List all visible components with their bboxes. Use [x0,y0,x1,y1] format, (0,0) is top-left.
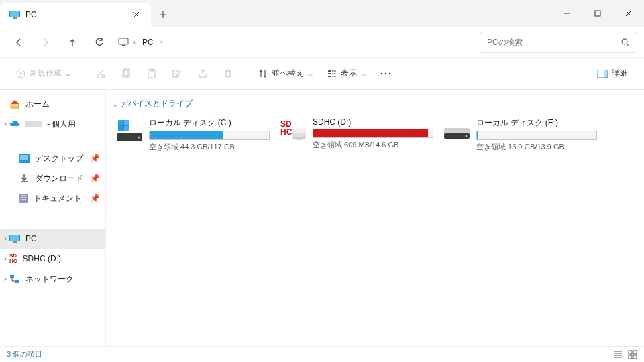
svg-rect-5 [122,45,125,46]
status-text: 3 個の項目 [7,349,42,359]
sidebar-network-label: ネットワーク [25,274,74,285]
svg-rect-25 [19,194,28,203]
svg-rect-4 [119,38,128,44]
svg-rect-49 [633,355,637,359]
sidebar-item-sdhc[interactable]: › SDHC SDHC (D:) [0,249,105,269]
svg-point-42 [292,128,306,133]
new-icon [16,69,25,78]
details-pane-icon [597,70,608,78]
drive-usage-bar [149,131,270,140]
sidebar-item-documents[interactable]: ドキュメント 📌 [0,188,105,208]
drive-usage-bar [313,129,433,138]
separator [83,66,83,81]
pc-icon [9,11,20,19]
forward-button[interactable] [34,30,58,54]
view-label: 表示 [341,68,357,79]
window-controls [551,0,644,27]
paste-icon [146,68,157,79]
sdhc-drive-icon: SDHC [279,117,307,145]
maximize-button[interactable] [582,0,613,27]
drive-sdhc-d[interactable]: SDHC SDHC (D:) 空き領域 609 MB/14.6 GB [276,115,437,149]
search-icon [621,38,630,47]
new-button[interactable]: 新規作成 ⌵ [9,63,77,84]
drive-name: SDHC (D:) [313,117,435,127]
drive-free-text: 空き領域 609 MB/14.6 GB [313,140,435,150]
close-button[interactable] [613,0,644,27]
delete-button[interactable] [216,63,240,84]
details-view-button[interactable] [613,350,623,359]
minimize-button[interactable] [551,0,582,27]
share-button[interactable] [191,63,215,84]
chevron-right-icon[interactable]: › [1,274,9,284]
back-button[interactable] [7,30,31,54]
chevron-right-icon[interactable]: › [1,119,9,129]
tab-close-button[interactable] [129,8,143,21]
up-button[interactable] [60,30,85,54]
search-box[interactable] [480,32,637,53]
pin-icon: 📌 [90,174,100,183]
sidebar-documents-label: ドキュメント [34,193,82,204]
downloads-icon [19,173,30,184]
copy-button[interactable] [114,63,138,84]
sidebar-item-desktop[interactable]: デスクトップ 📌 [0,148,105,168]
new-tab-button[interactable] [151,3,175,27]
sidebar-item-pc[interactable]: › PC [0,229,105,249]
paste-button[interactable] [140,63,164,84]
svg-rect-22 [604,70,608,78]
svg-rect-28 [13,241,17,243]
chevron-right-icon[interactable]: › [133,38,136,47]
sidebar-item-network[interactable]: › ネットワーク [0,269,105,289]
drive-icon [443,117,471,145]
chevron-right-icon[interactable]: › [1,234,9,243]
redacted-name [25,121,42,127]
svg-rect-48 [629,355,632,359]
cut-icon [95,68,106,79]
sidebar-sdhc-label: SDHC (D:) [23,254,61,263]
cut-button[interactable] [89,63,113,84]
svg-rect-36 [118,126,123,131]
refresh-button[interactable] [87,30,111,54]
view-icon [327,69,337,78]
svg-rect-46 [629,351,632,354]
group-header-devices[interactable]: ⌵ デバイスとドライブ [107,95,636,112]
chevron-down-icon: ⌵ [113,99,117,109]
svg-point-19 [385,72,387,74]
details-pane-button[interactable]: 詳細 [590,63,635,84]
copy-icon [121,68,131,79]
drive-free-text: 空き領域 44.3 GB/117 GB [149,142,271,152]
svg-rect-17 [328,76,331,77]
tiles-view-button[interactable] [628,350,637,359]
breadcrumb: › PC › [114,36,477,48]
sidebar-downloads-label: ダウンロード [35,173,83,184]
chevron-right-icon[interactable]: › [160,38,163,47]
sidebar-item-downloads[interactable]: ダウンロード 📌 [0,168,105,188]
drive-local-e[interactable]: ローカル ディスク (E:) 空き領域 13.9 GB/13.9 GB [440,115,601,149]
sidebar-item-onedrive[interactable]: › - 個人用 [0,114,105,134]
sidebar-item-home[interactable]: ホーム [0,94,105,114]
svg-rect-16 [328,73,331,74]
pin-icon: 📌 [90,154,100,163]
rename-button[interactable] [165,63,189,84]
svg-point-45 [466,135,468,137]
pc-monitor-icon [118,38,129,47]
desktop-icon [19,154,30,163]
window-tab[interactable]: PC [0,3,151,27]
more-button[interactable] [374,63,398,84]
drive-local-c[interactable]: ローカル ディスク (C:) 空き領域 44.3 GB/117 GB [113,115,274,149]
chevron-right-icon[interactable]: › [1,254,9,263]
chevron-down-icon: ⌵ [308,69,313,78]
new-label: 新規作成 [30,68,62,79]
svg-rect-3 [595,11,600,16]
breadcrumb-pc[interactable]: PC [140,36,156,48]
svg-rect-24 [20,155,28,160]
svg-rect-2 [13,17,17,19]
separator [246,66,246,81]
svg-rect-1 [10,11,19,17]
sidebar: ホーム › - 個人用 デスクトップ 📌 ダウンロード 📌 ドキュメント 📌 › [0,90,106,346]
svg-rect-27 [10,235,19,241]
drive-name: ローカル ディスク (E:) [476,117,598,129]
search-input[interactable] [487,38,621,47]
sidebar-home-label: ホーム [25,99,50,110]
view-button[interactable]: 表示 ⌵ [321,63,372,84]
sort-button[interactable]: 並べ替え ⌵ [252,63,319,84]
